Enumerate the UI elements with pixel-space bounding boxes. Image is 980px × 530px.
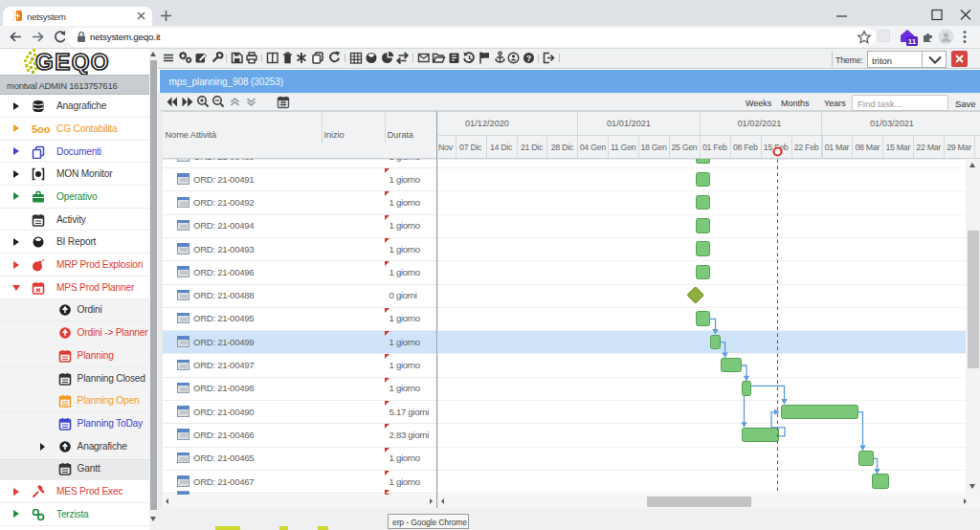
svg-text:11: 11	[908, 37, 917, 46]
svg-text:?: ?	[526, 54, 532, 63]
svg-text:5oo: 5oo	[32, 123, 51, 135]
